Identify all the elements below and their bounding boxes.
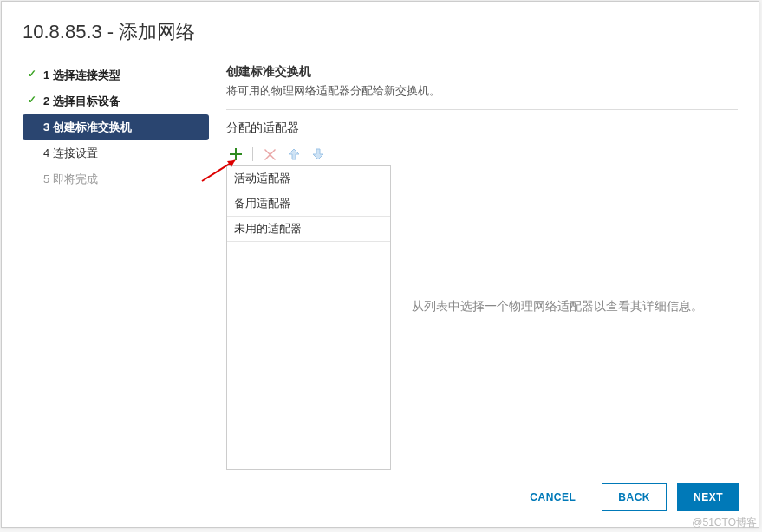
adapter-left-column: 活动适配器 备用适配器 未用的适配器 (226, 143, 391, 470)
move-down-button[interactable] (310, 146, 326, 162)
back-button[interactable]: BACK (602, 483, 667, 511)
detail-placeholder: 从列表中选择一个物理网络适配器以查看其详细信息。 (412, 296, 703, 315)
adapter-toolbar (226, 143, 391, 165)
remove-adapter-button[interactable] (262, 146, 277, 162)
adapter-group-standby[interactable]: 备用适配器 (227, 191, 390, 217)
move-up-button[interactable] (286, 146, 302, 162)
dialog-footer: CANCEL BACK NEXT (2, 470, 759, 527)
section-label: 分配的适配器 (226, 120, 738, 136)
step-label: 创建标准交换机 (53, 120, 132, 133)
adapter-group-unused[interactable]: 未用的适配器 (227, 217, 390, 242)
wizard-step-2[interactable]: 2选择目标设备 (23, 88, 209, 114)
x-icon (264, 149, 276, 160)
wizard-step-4[interactable]: 4连接设置 (23, 140, 209, 166)
dialog-title: 10.8.85.3 - 添加网络 (23, 19, 738, 45)
step-number: 5 (43, 172, 49, 185)
step-number: 4 (43, 146, 49, 159)
content-title: 创建标准交换机 (226, 64, 738, 80)
wizard-sidebar: 1选择连接类型 2选择目标设备 3创建标准交换机 4连接设置 5即将完成 (23, 54, 209, 470)
adapter-group-active[interactable]: 活动适配器 (227, 166, 390, 191)
step-label: 即将完成 (53, 172, 98, 185)
arrow-up-icon (288, 148, 300, 160)
divider (226, 109, 738, 110)
add-adapter-button[interactable] (228, 146, 244, 162)
content-description: 将可用的物理网络适配器分配给新交换机。 (226, 83, 738, 99)
dialog-body: 1选择连接类型 2选择目标设备 3创建标准交换机 4连接设置 5即将完成 创建标… (2, 54, 759, 470)
step-label: 选择目标设备 (53, 94, 120, 107)
step-number: 2 (43, 94, 49, 107)
next-button[interactable]: NEXT (677, 483, 739, 511)
adapter-list[interactable]: 活动适配器 备用适配器 未用的适配器 (226, 165, 391, 470)
watermark: @51CTO博客 (692, 516, 757, 530)
wizard-step-5: 5即将完成 (23, 166, 209, 192)
step-number: 1 (43, 68, 49, 81)
wizard-step-3[interactable]: 3创建标准交换机 (23, 114, 209, 140)
wizard-content: 创建标准交换机 将可用的物理网络适配器分配给新交换机。 分配的适配器 (209, 54, 738, 470)
dialog-header: 10.8.85.3 - 添加网络 (2, 2, 759, 54)
adapter-detail-panel: 从列表中选择一个物理网络适配器以查看其详细信息。 (412, 143, 738, 470)
wizard-step-1[interactable]: 1选择连接类型 (23, 62, 209, 88)
adapter-panel: 活动适配器 备用适配器 未用的适配器 从列表中选择一个物理网络适配器以查看其详细… (226, 143, 738, 470)
arrow-down-icon (312, 148, 324, 160)
plus-icon (230, 148, 242, 160)
toolbar-separator (252, 147, 253, 161)
step-label: 连接设置 (53, 146, 98, 159)
cancel-button[interactable]: CANCEL (514, 483, 591, 511)
add-network-dialog: 10.8.85.3 - 添加网络 1选择连接类型 2选择目标设备 3创建标准交换… (1, 1, 759, 528)
step-number: 3 (43, 120, 49, 133)
step-label: 选择连接类型 (53, 68, 120, 81)
